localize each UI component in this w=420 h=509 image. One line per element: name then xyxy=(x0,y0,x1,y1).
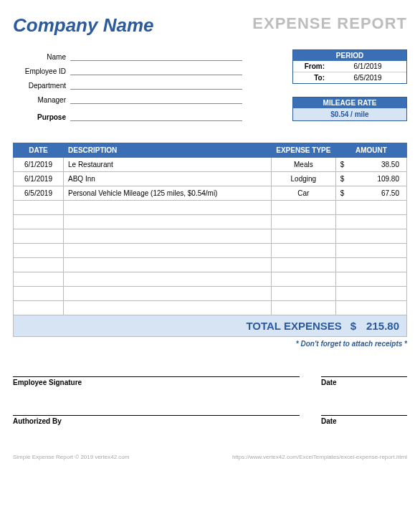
table-row: 6/1/2019ABQ InnLodging$109.80 xyxy=(14,172,407,186)
period-from-value: 6/1/2019 xyxy=(329,61,406,72)
authorized-signature-line[interactable]: Authorized By xyxy=(13,415,300,425)
cell-amount: 67.50 xyxy=(348,186,406,201)
cell-description: ABQ Inn xyxy=(64,172,272,186)
cell-currency: $ xyxy=(335,158,348,172)
total-label: TOTAL EXPENSES xyxy=(246,320,341,332)
period-from-label: From: xyxy=(293,61,329,72)
period-to-label: To: xyxy=(293,72,329,83)
authorized-date-label: Date xyxy=(321,417,337,425)
reminder-note: * Don't forget to attach receipts * xyxy=(13,340,407,348)
col-amount: AMOUNT xyxy=(335,143,406,158)
mileage-header: MILEAGE RATE xyxy=(293,97,406,108)
table-row-empty xyxy=(14,215,407,229)
employee-signature-label: Employee Signature xyxy=(13,379,82,386)
cell-date: 6/1/2019 xyxy=(14,172,64,186)
footer-left: Simple Expense Report © 2019 vertex42.co… xyxy=(13,454,129,460)
period-header: PERIOD xyxy=(293,50,406,61)
name-label: Name xyxy=(13,53,70,61)
cell-amount: 38.50 xyxy=(348,158,406,172)
col-description: DESCRIPTION xyxy=(64,143,272,158)
cell-type: Car xyxy=(271,186,335,201)
department-field[interactable] xyxy=(70,80,242,90)
employee-signature-line[interactable]: Employee Signature xyxy=(13,376,300,386)
period-to-value: 6/5/2019 xyxy=(329,72,406,83)
cell-currency: $ xyxy=(335,172,348,186)
manager-field[interactable] xyxy=(70,94,242,104)
company-name: Company Name xyxy=(13,14,154,37)
cell-amount: 109.80 xyxy=(348,172,406,186)
footer-right: https://www.vertex42.com/ExcelTemplates/… xyxy=(232,454,407,460)
table-row: 6/5/2019Personal Vehicle Mileage (125 mi… xyxy=(14,186,407,201)
col-date: DATE xyxy=(14,143,64,158)
cell-date: 6/1/2019 xyxy=(14,158,64,172)
total-row: TOTAL EXPENSES $ 215.80 xyxy=(13,315,407,337)
cell-date: 6/5/2019 xyxy=(14,186,64,201)
name-field[interactable] xyxy=(70,51,242,61)
table-row-empty xyxy=(14,287,407,301)
cell-description: Personal Vehicle Mileage (125 miles, $0.… xyxy=(64,186,272,201)
employee-id-label: Employee ID xyxy=(13,67,70,75)
employee-id-field[interactable] xyxy=(70,65,242,75)
employee-date-line[interactable]: Date xyxy=(321,376,407,386)
period-box: PERIOD From: 6/1/2019 To: 6/5/2019 xyxy=(292,49,407,84)
table-row-empty xyxy=(14,301,407,315)
table-row-empty xyxy=(14,201,407,215)
expenses-table: DATE DESCRIPTION EXPENSE TYPE AMOUNT 6/1… xyxy=(13,143,407,315)
authorized-label: Authorized By xyxy=(13,417,62,425)
purpose-label: Purpose xyxy=(13,113,70,121)
total-amount: 215.80 xyxy=(366,320,399,332)
table-row: 6/1/2019Le RestaurantMeals$38.50 xyxy=(14,158,407,172)
authorized-date-line[interactable]: Date xyxy=(321,415,407,425)
total-currency: $ xyxy=(350,320,356,332)
table-row-empty xyxy=(14,229,407,244)
col-type: EXPENSE TYPE xyxy=(271,143,335,158)
table-row-empty xyxy=(14,258,407,272)
cell-description: Le Restaurant xyxy=(64,158,272,172)
purpose-field[interactable] xyxy=(70,111,242,121)
mileage-box: MILEAGE RATE $0.54 / mile xyxy=(292,97,407,121)
mileage-value: $0.54 / mile xyxy=(293,108,406,120)
table-row-empty xyxy=(14,244,407,258)
cell-currency: $ xyxy=(335,186,348,201)
employee-date-label: Date xyxy=(321,379,337,386)
cell-type: Lodging xyxy=(271,172,335,186)
table-row-empty xyxy=(14,272,407,287)
cell-type: Meals xyxy=(271,158,335,172)
department-label: Department xyxy=(13,82,70,90)
manager-label: Manager xyxy=(13,96,70,104)
page-title: EXPENSE REPORT xyxy=(252,14,407,33)
